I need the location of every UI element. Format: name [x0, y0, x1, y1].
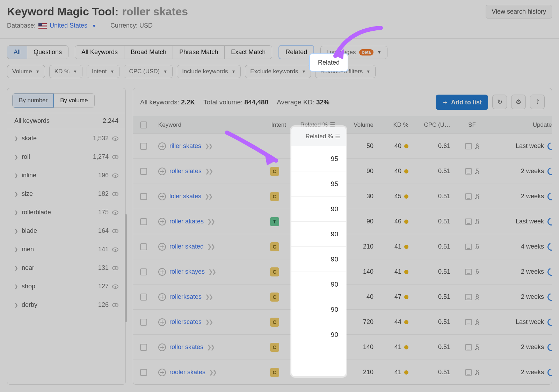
serp-features-icon[interactable]	[465, 244, 472, 250]
keyword-link[interactable]: roller skated	[169, 243, 204, 250]
filter-intent[interactable]: Intent▼	[87, 65, 119, 78]
keyword-link[interactable]: roller slates	[169, 168, 202, 175]
row-checkbox[interactable]	[140, 319, 147, 326]
add-keyword-icon[interactable]	[158, 318, 166, 326]
add-to-list-button[interactable]: ＋ Add to list	[436, 95, 488, 110]
refresh-row-icon[interactable]	[546, 266, 552, 277]
tab-all-keywords[interactable]: All Keywords	[75, 46, 124, 59]
by-number-button[interactable]: By number	[13, 94, 54, 108]
keyword-link[interactable]: rollerscates	[169, 318, 202, 326]
tab-all[interactable]: All	[7, 46, 27, 59]
sidebar-item-roll[interactable]: ❯roll1,274	[7, 148, 125, 166]
refresh-row-icon[interactable]	[546, 241, 552, 252]
keyword-link[interactable]: roller akates	[169, 218, 204, 225]
sidebar-item-blade[interactable]: ❯blade164	[7, 222, 125, 240]
sidebar-item-size[interactable]: ❯size182	[7, 185, 125, 203]
database-selector[interactable]: Database: United States ▼	[7, 22, 96, 29]
add-keyword-icon[interactable]	[158, 168, 166, 175]
open-icon[interactable]: ❯❯	[209, 369, 216, 376]
col-cpc[interactable]: CPC (U…	[413, 121, 455, 128]
sidebar-item-rollerblade[interactable]: ❯rollerblade175	[7, 203, 125, 222]
add-keyword-icon[interactable]	[158, 268, 166, 276]
serp-features-icon[interactable]	[465, 219, 472, 225]
sidebar-item-derby[interactable]: ❯derby126	[7, 296, 125, 314]
keyword-link[interactable]: rooler skates	[169, 369, 205, 376]
tab-broad-match[interactable]: Broad Match	[124, 46, 173, 59]
keyword-link[interactable]: riller skates	[169, 142, 201, 150]
col-kd[interactable]: KD %	[378, 121, 413, 128]
tab-exact-match[interactable]: Exact Match	[224, 46, 272, 59]
sidebar-item-men[interactable]: ❯men141	[7, 240, 125, 259]
row-checkbox[interactable]	[140, 344, 147, 351]
serp-features-icon[interactable]	[465, 369, 472, 376]
serp-features-icon[interactable]	[465, 193, 472, 200]
eye-icon[interactable]	[112, 303, 118, 307]
row-checkbox[interactable]	[140, 243, 147, 250]
export-button[interactable]: ⤴	[530, 95, 545, 109]
by-volume-button[interactable]: By volume	[54, 94, 94, 108]
open-icon[interactable]: ❯❯	[207, 344, 214, 350]
add-keyword-icon[interactable]	[158, 343, 166, 351]
refresh-row-icon[interactable]	[546, 367, 552, 377]
open-icon[interactable]: ❯❯	[205, 294, 212, 300]
open-icon[interactable]: ❯❯	[207, 218, 214, 225]
open-icon[interactable]: ❯❯	[205, 319, 212, 325]
tab-questions[interactable]: Questions	[27, 46, 68, 59]
open-icon[interactable]: ❯❯	[205, 143, 212, 149]
settings-button[interactable]: ⚙	[511, 95, 526, 109]
serp-features-icon[interactable]	[465, 143, 472, 149]
filter-include-keywords[interactable]: Include keywords▼	[177, 65, 241, 78]
row-checkbox[interactable]	[140, 143, 147, 150]
open-icon[interactable]: ❯❯	[205, 193, 212, 200]
serp-features-icon[interactable]	[465, 168, 472, 175]
add-keyword-icon[interactable]	[158, 293, 166, 301]
highlighted-tab-related[interactable]: Related	[309, 53, 348, 72]
sidebar-item-shop[interactable]: ❯shop127	[7, 277, 125, 296]
col-keyword[interactable]: Keyword	[154, 121, 259, 128]
filter-kd-[interactable]: KD %▼	[49, 65, 82, 78]
add-keyword-icon[interactable]	[158, 142, 166, 150]
scrollbar[interactable]	[125, 214, 127, 322]
filter-exclude-keywords[interactable]: Exclude keywords▼	[245, 65, 311, 78]
refresh-row-icon[interactable]	[546, 216, 552, 227]
serp-features-icon[interactable]	[465, 269, 472, 275]
refresh-row-icon[interactable]	[546, 291, 552, 302]
keyword-link[interactable]: rollor skates	[169, 343, 203, 351]
eye-icon[interactable]	[112, 229, 118, 233]
eye-icon[interactable]	[112, 155, 118, 159]
eye-icon[interactable]	[112, 210, 118, 215]
add-keyword-icon[interactable]	[158, 243, 166, 251]
open-icon[interactable]: ❯❯	[207, 243, 214, 250]
keyword-link[interactable]: loler skates	[169, 193, 201, 200]
eye-icon[interactable]	[112, 284, 118, 289]
row-checkbox[interactable]	[140, 369, 147, 376]
filter-cpc-usd-[interactable]: CPC (USD)▼	[124, 65, 173, 78]
keyword-link[interactable]: rollerksates	[169, 293, 202, 301]
eye-icon[interactable]	[112, 173, 118, 178]
sidebar-item-inline[interactable]: ❯inline196	[7, 166, 125, 185]
add-keyword-icon[interactable]	[158, 193, 166, 200]
add-keyword-icon[interactable]	[158, 218, 166, 225]
refresh-button[interactable]: ↻	[492, 95, 507, 109]
add-keyword-icon[interactable]	[158, 369, 166, 376]
eye-icon[interactable]	[112, 266, 118, 270]
sidebar-item-near[interactable]: ❯near131	[7, 259, 125, 277]
open-icon[interactable]: ❯❯	[208, 268, 215, 275]
refresh-row-icon[interactable]	[546, 141, 552, 151]
col-volume[interactable]: Volume	[339, 121, 378, 128]
tab-phrase-match[interactable]: Phrase Match	[173, 46, 224, 59]
refresh-row-icon[interactable]	[546, 166, 552, 176]
serp-features-icon[interactable]	[465, 319, 472, 325]
row-checkbox[interactable]	[140, 268, 147, 275]
select-all-checkbox[interactable]	[140, 121, 147, 128]
filter-volume[interactable]: Volume▼	[7, 65, 45, 78]
view-search-history-button[interactable]: View search history	[486, 5, 552, 19]
sidebar-item-skate[interactable]: ❯skate1,532	[7, 129, 125, 148]
refresh-row-icon[interactable]	[546, 191, 552, 201]
col-sf[interactable]: SF	[455, 121, 489, 128]
row-checkbox[interactable]	[140, 193, 147, 200]
col-intent[interactable]: Intent	[259, 121, 290, 128]
refresh-row-icon[interactable]	[546, 317, 552, 327]
col-updated[interactable]: Updated	[489, 121, 552, 128]
database-country[interactable]: United States	[50, 22, 87, 29]
